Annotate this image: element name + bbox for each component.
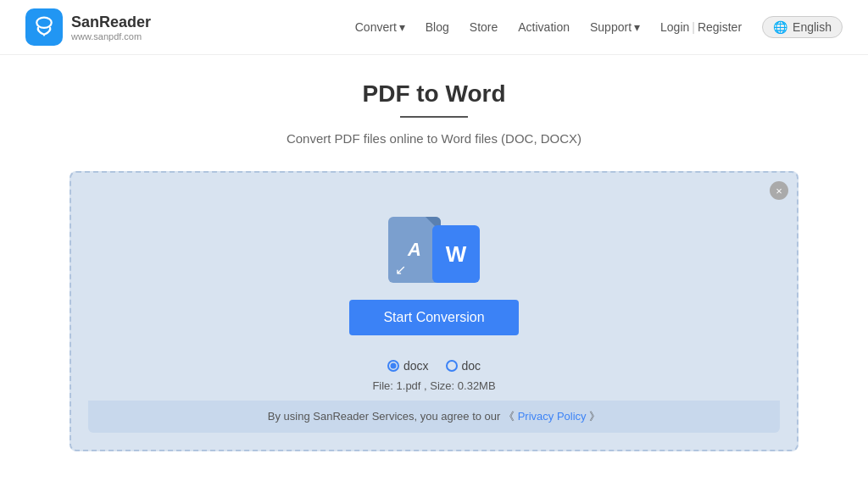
globe-icon: 🌐 [773, 20, 787, 34]
language-button[interactable]: 🌐 English [762, 16, 843, 38]
nav-blog[interactable]: Blog [426, 20, 449, 34]
format-docx-option[interactable]: docx [387, 359, 429, 373]
policy-text: By using SanReader Services, you agree t… [88, 401, 780, 433]
start-conversion-button[interactable]: Start Conversion [349, 300, 518, 335]
lang-label: English [793, 20, 832, 34]
logo-area: SanReader www.sanpdf.com [25, 8, 151, 46]
nav-convert[interactable]: Convert ▾ [355, 20, 405, 34]
file-info: File: 1.pdf , Size: 0.32MB [88, 379, 780, 392]
nav-store[interactable]: Store [470, 20, 498, 34]
logo-text: SanReader www.sanpdf.com [71, 14, 151, 41]
word-icon: W [432, 225, 480, 283]
logo-icon [25, 8, 63, 46]
nav-activation[interactable]: Activation [518, 20, 570, 34]
pdf-acrobat-symbol: A [408, 239, 421, 261]
svg-point-0 [36, 18, 52, 28]
upload-area: × A ↙ W Start Conversion docx d [70, 171, 798, 451]
privacy-policy-link[interactable]: Privacy Policy [518, 410, 587, 423]
radio-doc[interactable] [446, 360, 458, 372]
main-content: PDF to Word Convert PDF files online to … [53, 55, 815, 492]
title-divider [400, 116, 468, 118]
logo-name: SanReader [71, 14, 151, 31]
word-letter: W [446, 241, 467, 268]
nav-login[interactable]: Login | Register [660, 20, 742, 34]
format-options: docx doc [88, 359, 780, 373]
page-title: PDF to Word [70, 80, 798, 108]
file-icon-container: A ↙ W [88, 207, 780, 283]
pdf-arrow-icon: ↙ [395, 262, 406, 278]
radio-docx[interactable] [387, 360, 399, 372]
features-section: 📋 How to convert PDF to Word 🛡 We keep y… [70, 477, 798, 492]
nav: Convert ▾ Blog Store Activation Support … [355, 16, 843, 38]
logo-url: www.sanpdf.com [71, 31, 151, 41]
format-doc-option[interactable]: doc [446, 359, 481, 373]
button-container: Start Conversion [88, 300, 780, 347]
close-button[interactable]: × [770, 181, 788, 200]
nav-support[interactable]: Support ▾ [590, 20, 640, 34]
header: SanReader www.sanpdf.com Convert ▾ Blog … [0, 0, 868, 55]
page-subtitle: Convert PDF files online to Word files (… [70, 131, 798, 146]
